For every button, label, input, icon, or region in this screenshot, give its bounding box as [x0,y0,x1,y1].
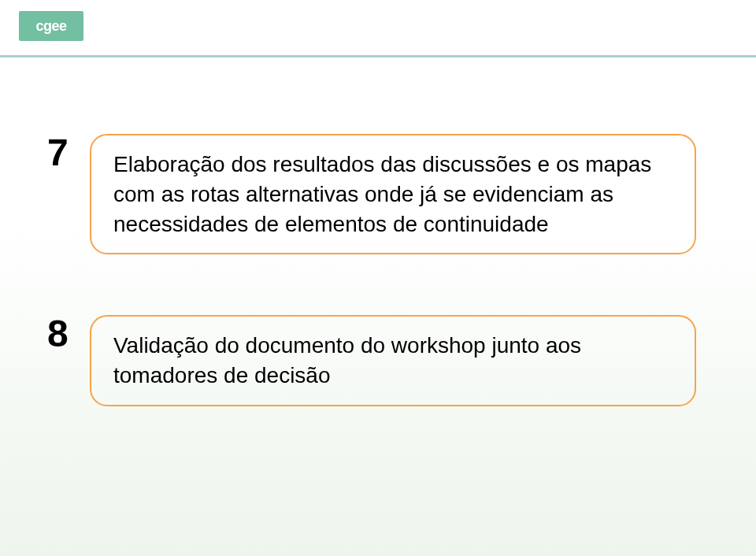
item-text: Validação do documento do workshop junto… [113,331,673,391]
item-number: 8 [47,315,79,353]
item-box: Elaboração dos resultados das discussões… [90,134,696,254]
item-number: 7 [47,134,79,172]
slide-content: 7 Elaboração dos resultados das discussõ… [0,0,756,556]
item-text: Elaboração dos resultados das discussões… [113,150,673,239]
list-item-8: 8 Validação do documento do workshop jun… [47,315,696,406]
list-item-7: 7 Elaboração dos resultados das discussõ… [47,134,696,254]
item-box: Validação do documento do workshop junto… [90,315,696,406]
